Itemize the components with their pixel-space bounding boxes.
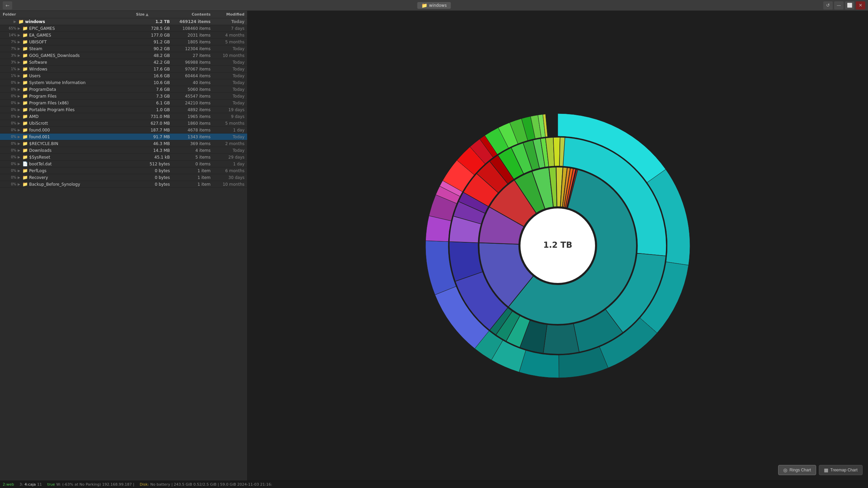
file-modified: 5 months [211, 40, 244, 44]
expand-icon: ▶ [18, 74, 21, 78]
file-size: 627.0 MB [136, 121, 170, 126]
file-name-cell: 0% ▶ 📁 System Volume Information [3, 80, 136, 85]
table-row[interactable]: 0% ▶ 📁 found.000 187.7 MB 4678 items 1 d… [0, 127, 247, 134]
file-type-icon: 📁 [22, 168, 28, 173]
maximize-button[interactable]: ⬜ [845, 1, 854, 9]
file-name: Steam [29, 46, 42, 51]
current-tab[interactable]: 📁 windows [417, 2, 451, 9]
expand-icon: ▶ [18, 182, 21, 186]
file-type-icon: 📁 [22, 73, 28, 78]
percent-badge: 0% [7, 142, 16, 145]
treemap-chart-button[interactable]: ▦ Treemap Chart [819, 465, 863, 475]
percent-badge: 0% [7, 87, 16, 91]
expand-icon: ▶ [18, 176, 21, 179]
disk-label: Disk: [140, 482, 149, 487]
file-contents: 0 items [170, 162, 211, 166]
table-row[interactable]: 0% ▶ 📁 UbiScrott 627.0 MB 1860 items 5 m… [0, 120, 247, 127]
table-row[interactable]: 0% ▶ 📁 PerfLogs 0 bytes 1 item 6 months [0, 167, 247, 174]
file-contents: 4678 items [170, 128, 211, 133]
table-row[interactable]: 0% ▶ 📁 Backup_Before_Synology 0 bytes 1 … [0, 181, 247, 188]
close-button[interactable]: ✕ [856, 1, 865, 9]
table-row[interactable]: 0% ▶ 📁 Downloads 14.3 MB 4 items Today [0, 147, 247, 154]
file-type-icon: 📁 [22, 100, 28, 105]
file-name-cell: 14% ▶ 📁 EA_GAMES [3, 33, 136, 38]
file-modified: Today [211, 94, 244, 99]
refresh-button[interactable]: ↺ [823, 1, 833, 9]
percent-badge: 0% [7, 148, 16, 152]
table-row[interactable]: 0% ▶ 📁 Program Files 7.3 GB 45547 items … [0, 93, 247, 100]
file-name-cell: 0% ▶ 📁 ProgramData [3, 87, 136, 92]
expand-icon: ▶ [18, 121, 21, 125]
file-size: 177.0 GB [136, 33, 170, 38]
file-modified: Today [211, 135, 244, 139]
file-contents: 108460 items [170, 26, 211, 31]
percent-badge: 0% [7, 128, 16, 132]
table-row[interactable]: 0% ▶ 📁 $RECYCLE.BIN 46.3 MB 369 items 2 … [0, 140, 247, 147]
table-row[interactable]: 14% ▶ 📁 EA_GAMES 177.0 GB 2031 items 4 m… [0, 32, 247, 39]
file-name: found.000 [29, 128, 50, 133]
table-row[interactable]: 0% ▶ 📁 AMD 731.0 MB 1965 items 9 days [0, 113, 247, 120]
file-contents: 27 items [170, 53, 211, 58]
file-modified: Today [211, 80, 244, 85]
file-size: 731.0 MB [136, 114, 170, 119]
table-row[interactable]: 0% ▶ 📁 System Volume Information 10.6 GB… [0, 79, 247, 86]
file-contents: 4 items [170, 148, 211, 153]
file-contents: 2031 items [170, 33, 211, 38]
file-size: 1.0 GB [136, 107, 170, 112]
file-size: 0 bytes [136, 175, 170, 180]
rings-chart: 1.2 TB [412, 100, 704, 391]
percent-badge: 1% [7, 67, 16, 71]
table-row[interactable]: 1% ▶ 📁 Users 16.6 GB 60464 items Today [0, 73, 247, 79]
back-button[interactable]: ← [3, 1, 12, 9]
table-row[interactable]: 7% ▶ 📁 Steam 90.2 GB 12304 items Today [0, 45, 247, 52]
col-size[interactable]: Size ▲ [136, 12, 170, 17]
caja-number: 3: [19, 482, 23, 487]
file-name-cell: 65% ▶ 📁 EPIC_GAMES [3, 26, 136, 31]
file-size: 1.2 TB [136, 19, 170, 24]
table-row[interactable]: 3% ▶ 📁 GOG_GAMES_Downloads 48.2 GB 27 it… [0, 52, 247, 59]
workspace-indicator: 2:web [3, 482, 14, 487]
col-folder: Folder [3, 12, 136, 17]
rings-chart-button[interactable]: ◎ Rings Chart [778, 465, 816, 475]
table-row[interactable]: 0% ▶ 📁 Portable Program Files 1.0 GB 489… [0, 106, 247, 113]
file-contents: 1343 items [170, 135, 211, 139]
file-type-icon: 📁 [22, 94, 28, 99]
table-row[interactable]: 0% ▶ 📁 $SysReset 45.1 kB 5 items 29 days [0, 154, 247, 161]
percent-badge: 3% [7, 60, 16, 64]
table-row[interactable]: 1% ▶ 📁 Windows 17.6 GB 97067 items Today [0, 66, 247, 73]
file-type-icon: 📁 [22, 26, 28, 31]
file-modified: 2 months [211, 141, 244, 146]
file-modified: Today [211, 101, 244, 105]
file-size: 90.2 GB [136, 46, 170, 51]
col-modified: Modified [211, 12, 244, 17]
file-name-cell: 7% ▶ 📁 UBISOFT [3, 39, 136, 44]
table-row[interactable]: 65% ▶ 📁 EPIC_GAMES 728.5 GB 108460 items… [0, 25, 247, 32]
table-row[interactable]: 7% ▶ 📁 UBISOFT 91.2 GB 1805 items 5 mont… [0, 39, 247, 45]
expand-icon: ▶ [18, 169, 21, 172]
expand-icon: ▶ [18, 60, 21, 64]
expand-icon: ▶ [18, 94, 21, 98]
file-name-cell: 7% ▶ 📁 Steam [3, 46, 136, 51]
file-name-cell: 1% ▶ 📁 Windows [3, 66, 136, 72]
file-size: 45.1 kB [136, 155, 170, 160]
file-contents: 12304 items [170, 46, 211, 51]
file-modified: 6 months [211, 168, 244, 173]
file-name: UbiScrott [29, 121, 48, 126]
network-status: true W: (-63% at No Parking) 192.168.99.… [47, 482, 134, 487]
percent-badge: 65% [7, 26, 16, 30]
file-modified: 10 months [211, 182, 244, 187]
table-row[interactable]: 0% ▶ 📁 ProgramData 7.6 GB 5060 items Tod… [0, 86, 247, 93]
expand-icon: ▶ [18, 87, 21, 91]
expand-icon: ▶ [18, 47, 21, 50]
column-headers: Folder Size ▲ Contents Modified [0, 11, 247, 18]
table-row[interactable]: ▶ 📁 windows 1.2 TB 469124 items Today [0, 18, 247, 25]
table-row[interactable]: 0% ▶ 📄 bootTel.dat 512 bytes 0 items 1 d… [0, 161, 247, 167]
table-row[interactable]: 0% ▶ 📁 found.001 91.7 MB 1343 items Toda… [0, 134, 247, 140]
table-row[interactable]: 3% ▶ 📁 Software 42.2 GB 96988 items Toda… [0, 59, 247, 66]
table-row[interactable]: 0% ▶ 📁 Program Files (x86) 6.1 GB 24210 … [0, 100, 247, 106]
file-type-icon: 📁 [18, 19, 24, 24]
table-row[interactable]: 0% ▶ 📁 Recovery 0 bytes 1 item 30 days [0, 174, 247, 181]
minimize-button[interactable]: — [834, 1, 844, 9]
expand-icon: ▶ [18, 101, 21, 105]
expand-icon: ▶ [18, 54, 21, 57]
